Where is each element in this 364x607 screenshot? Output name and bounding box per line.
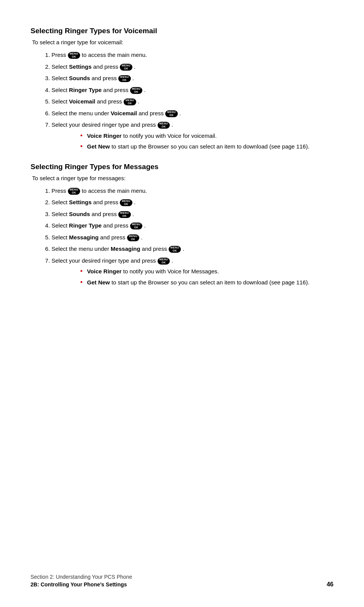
menu-ok-button-v6: MENU OK: [165, 110, 178, 117]
footer-page-number: 46: [327, 581, 333, 588]
messages-step-5: Select Messaging and press MENU OK .: [52, 233, 333, 242]
voicemail-bullet-1: Voice Ringer to notify you with Voice fo…: [80, 132, 333, 140]
menu-ok-button-m2: MENU OK: [120, 199, 132, 206]
menu-ok-button-v4: MENU OK: [130, 87, 143, 94]
footer-chapter-label: 2B: Controlling Your Phone’s Settings: [31, 581, 127, 588]
footer-section-label: Section 2: Understanding Your PCS Phone: [31, 574, 333, 580]
messages-intro: To select a ringer type for messages:: [32, 175, 333, 181]
menu-ok-button-v7: MENU OK: [158, 122, 170, 129]
page-footer: Section 2: Understanding Your PCS Phone …: [31, 574, 333, 588]
messages-step-6: Select the menu under Messaging and pres…: [52, 245, 333, 253]
messages-step-2: Select Settings and press MENU OK .: [52, 198, 333, 207]
menu-ok-button-m4: MENU OK: [130, 223, 143, 229]
menu-ok-button-m6: MENU OK: [169, 246, 181, 253]
voicemail-step-2: Select Settings and press MENU OK .: [52, 63, 333, 71]
messages-bullet-2: Get New to start up the Browser so you c…: [80, 278, 333, 287]
voicemail-step-6: Select the menu under Voicemail and pres…: [52, 109, 333, 118]
menu-ok-button-v1: MENU OK: [68, 52, 81, 59]
messages-step-4: Select Ringer Type and press MENU OK .: [52, 221, 333, 230]
messages-section: Selecting Ringer Types for Messages To s…: [31, 163, 333, 287]
menu-ok-button-v5: MENU OK: [124, 98, 136, 105]
voicemail-step-1: Press MENU OK to access the main menu.: [52, 51, 333, 60]
messages-steps-list: Press MENU OK to access the main menu. S…: [52, 187, 333, 287]
messages-step-3: Select Sounds and press MENU OK .: [52, 210, 333, 219]
messages-step-1: Press MENU OK to access the main menu.: [52, 187, 333, 195]
voicemail-steps-list: Press MENU OK to access the main menu. S…: [52, 51, 333, 151]
menu-ok-button-m5: MENU OK: [127, 234, 140, 241]
voicemail-section: Selecting Ringer Types for Voicemail To …: [31, 27, 333, 151]
menu-ok-button-m1: MENU OK: [68, 188, 81, 195]
menu-ok-button-m7: MENU OK: [158, 258, 170, 265]
voicemail-bullet-2: Get New to start up the Browser so you c…: [80, 142, 333, 151]
footer-bottom-row: 2B: Controlling Your Phone’s Settings 46: [31, 581, 333, 588]
menu-ok-button-v3: MENU OK: [118, 75, 131, 82]
messages-bullet-list: Voice Ringer to notify you with Voice fo…: [80, 267, 333, 287]
messages-step-7: Select your desired ringer type and pres…: [52, 257, 333, 287]
messages-bullet-1: Voice Ringer to notify you with Voice fo…: [80, 267, 333, 276]
voicemail-title: Selecting Ringer Types for Voicemail: [31, 27, 333, 35]
voicemail-step-4: Select Ringer Type and press MENU OK .: [52, 86, 333, 95]
voicemail-intro: To select a ringer type for voicemail:: [32, 39, 333, 45]
voicemail-step-5: Select Voicemail and press MENU OK .: [52, 97, 333, 106]
voicemail-step-7: Select your desired ringer type and pres…: [52, 121, 333, 151]
menu-ok-button-m3: MENU OK: [118, 211, 131, 218]
voicemail-bullet-list: Voice Ringer to notify you with Voice fo…: [80, 132, 333, 151]
voicemail-step-3: Select Sounds and press MENU OK .: [52, 74, 333, 83]
menu-ok-button-v2: MENU OK: [120, 64, 132, 71]
messages-title: Selecting Ringer Types for Messages: [31, 163, 333, 171]
